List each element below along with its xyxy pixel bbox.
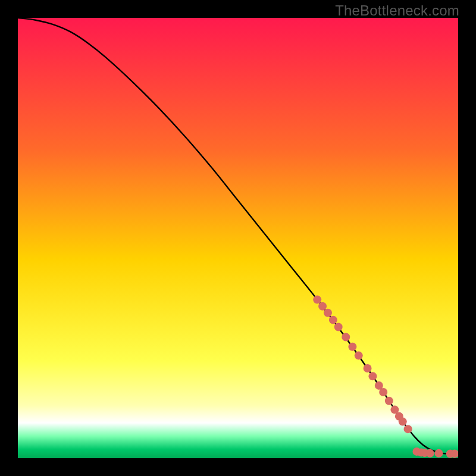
data-marker [379, 388, 387, 396]
data-marker [348, 343, 356, 351]
data-marker [313, 296, 321, 304]
watermark-text: TheBottleneck.com [335, 2, 459, 19]
main-curve [18, 18, 458, 454]
data-marker [318, 302, 327, 311]
data-marker [368, 372, 377, 380]
data-marker [399, 418, 407, 426]
data-marker [324, 309, 332, 317]
chart-frame: TheBottleneck.com [0, 0, 476, 476]
plot-area [18, 18, 458, 458]
data-marker [329, 316, 337, 324]
data-marker [364, 364, 372, 372]
data-marker [385, 397, 393, 405]
data-marker [355, 352, 363, 360]
data-marker [426, 449, 434, 458]
data-marker [334, 322, 343, 331]
data-marker [404, 425, 412, 433]
data-marker [342, 333, 350, 342]
marker-group [313, 296, 458, 458]
data-marker [434, 449, 443, 458]
curve-layer [18, 18, 458, 458]
